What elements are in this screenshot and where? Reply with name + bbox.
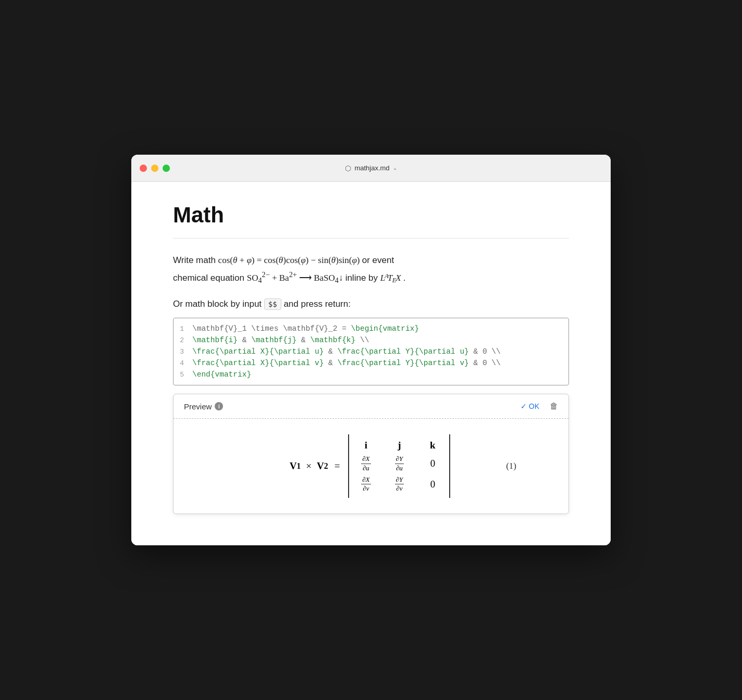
cell-i: i bbox=[356, 440, 375, 451]
cell-dYdu: ∂Y ∂u bbox=[390, 455, 409, 472]
line-number-2: 2 bbox=[174, 336, 192, 344]
times-symbol: × bbox=[306, 460, 312, 472]
v1: V bbox=[290, 460, 297, 472]
math-formula-1: cos(θ + φ) = cos(θ)cos(φ) − sin(θ)sin(φ) bbox=[218, 255, 362, 265]
line-number-3: 3 bbox=[174, 348, 192, 356]
block-label-suffix: and press return: bbox=[283, 299, 351, 309]
equals-symbol: = bbox=[335, 460, 340, 472]
preview-header: Preview i ✓ OK 🗑 bbox=[174, 394, 568, 419]
math-display-wrapper: V1 × V2 = i j k bbox=[194, 434, 548, 497]
cell-0-row3: 0 bbox=[423, 479, 442, 490]
info-icon[interactable]: i bbox=[215, 402, 223, 410]
intro-text-2: or event bbox=[362, 255, 394, 265]
line-content-3: \frac{\partial X}{\partial u} & \frac{\p… bbox=[192, 347, 568, 356]
line-number-4: 4 bbox=[174, 359, 192, 367]
traffic-lights bbox=[140, 165, 170, 172]
vmatrix: i j k ∂X ∂u bbox=[348, 434, 450, 497]
line-number-5: 5 bbox=[174, 371, 192, 379]
v1-sub: 1 bbox=[296, 461, 301, 471]
preview-label-text: Preview bbox=[184, 402, 212, 411]
maximize-button[interactable] bbox=[163, 165, 170, 172]
titlebar-center: ⬡ mathjax.md ⌄ bbox=[345, 164, 397, 172]
line-number-1: 1 bbox=[174, 325, 192, 333]
matrix-row-1: i j k bbox=[356, 438, 442, 453]
block-label: Or math block by input $$ and press retu… bbox=[173, 299, 569, 309]
cell-j: j bbox=[390, 440, 409, 451]
v2-sub: 2 bbox=[324, 461, 328, 471]
code-line-2: 2 \mathbf{i} & \mathbf{j} & \mathbf{k} \… bbox=[174, 334, 568, 346]
checkmark-icon: ✓ bbox=[521, 402, 527, 410]
cell-dXdu: ∂X ∂u bbox=[356, 455, 375, 472]
code-line-3: 3 \frac{\partial X}{\partial u} & \frac{… bbox=[174, 346, 568, 357]
app-window: ⬡ mathjax.md ⌄ Math Write math cos(θ + φ… bbox=[131, 155, 611, 545]
code-line-5: 5 \end{vmatrix} bbox=[174, 369, 568, 385]
intro-paragraph: Write math cos(θ + φ) = cos(θ)cos(φ) − s… bbox=[173, 253, 569, 286]
code-block: 1 \mathbf{V}_1 \times \mathbf{V}_2 = \be… bbox=[173, 318, 569, 385]
ok-label: OK bbox=[529, 402, 539, 410]
preview-label: Preview i bbox=[184, 402, 223, 411]
preview-content: V1 × V2 = i j k bbox=[174, 419, 568, 513]
math-equation: V1 × V2 = i j k bbox=[290, 434, 453, 497]
dollar-sign-code: $$ bbox=[264, 298, 281, 310]
code-line-1: 1 \mathbf{V}_1 \times \mathbf{V}_2 = \be… bbox=[174, 318, 568, 334]
preview-box: Preview i ✓ OK 🗑 V1 × bbox=[173, 394, 569, 514]
preview-actions: ✓ OK 🗑 bbox=[521, 402, 558, 411]
line-content-4: \frac{\partial X}{\partial v} & \frac{\p… bbox=[192, 359, 568, 367]
heading-divider bbox=[173, 238, 569, 239]
file-icon: ⬡ bbox=[345, 164, 351, 172]
page-heading: Math bbox=[173, 203, 569, 228]
code-line-4: 4 \frac{\partial X}{\partial v} & \frac{… bbox=[174, 357, 568, 369]
cell-dYdv: ∂Y ∂v bbox=[390, 476, 409, 493]
block-label-prefix: Or math block by input bbox=[173, 299, 262, 309]
latex-logo: LATEX bbox=[380, 273, 403, 283]
titlebar: ⬡ mathjax.md ⌄ bbox=[131, 155, 611, 182]
cell-k: k bbox=[423, 440, 442, 451]
line-content-1: \mathbf{V}_1 \times \mathbf{V}_2 = \begi… bbox=[192, 324, 568, 333]
v2: V bbox=[317, 460, 324, 472]
intro-text-3: chemical equation bbox=[173, 273, 247, 283]
vmatrix-border: i j k ∂X ∂u bbox=[348, 434, 450, 497]
line-content-2: \mathbf{i} & \mathbf{j} & \mathbf{k} \\ bbox=[192, 336, 568, 344]
window-title: mathjax.md bbox=[354, 164, 389, 172]
line-content-5: \end{vmatrix} bbox=[192, 370, 568, 379]
matrix-row-2: ∂X ∂u ∂Y ∂u 0 bbox=[356, 453, 442, 474]
cell-0-row2: 0 bbox=[423, 458, 442, 469]
trash-icon[interactable]: 🗑 bbox=[550, 402, 558, 411]
math-formula-2: SO42− + Ba2+ ⟶ BaSO4↓ bbox=[247, 273, 345, 283]
intro-text-1: Write math bbox=[173, 255, 218, 265]
close-button[interactable] bbox=[140, 165, 147, 172]
intro-text-4: inline by bbox=[345, 273, 380, 283]
cell-dXdv: ∂X ∂v bbox=[356, 476, 375, 493]
equation-number: (1) bbox=[506, 461, 516, 471]
matrix-row-3: ∂X ∂v ∂Y ∂v 0 bbox=[356, 474, 442, 495]
intro-text-5: . bbox=[403, 273, 406, 283]
ok-button[interactable]: ✓ OK bbox=[521, 402, 539, 410]
main-content: Math Write math cos(θ + φ) = cos(θ)cos(φ… bbox=[131, 182, 611, 545]
minimize-button[interactable] bbox=[151, 165, 158, 172]
title-dropdown-icon[interactable]: ⌄ bbox=[393, 165, 397, 171]
